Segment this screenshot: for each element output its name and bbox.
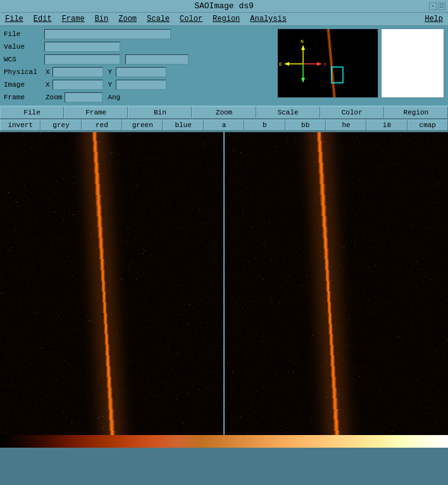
colorbar-gradient [0, 435, 448, 448]
toolbar-color-button[interactable]: Color [320, 106, 384, 119]
toolbar-zoom-button[interactable]: Zoom [192, 106, 256, 119]
file-input[interactable] [44, 29, 171, 39]
svg-text:N: N [301, 39, 304, 44]
toolbar-region-button[interactable]: Region [384, 106, 448, 119]
minimize-button[interactable]: - [429, 3, 437, 10]
toolbar-bin-button[interactable]: Bin [128, 106, 192, 119]
value-label: Value [4, 43, 42, 51]
svg-rect-4 [316, 42, 316, 42]
wcs-input[interactable] [44, 54, 120, 64]
toolbar-file-button[interactable]: File [0, 106, 64, 119]
color-b-button[interactable]: b [244, 120, 285, 131]
file-label: File [4, 30, 42, 38]
color-bb-button[interactable]: bb [285, 120, 326, 131]
svg-rect-5 [338, 54, 339, 55]
menu-color[interactable]: Color [177, 14, 205, 24]
main-display [0, 132, 448, 435]
toolbar-frame-button[interactable]: Frame [64, 106, 128, 119]
svg-text:E: E [279, 61, 282, 67]
info-right: N E X [277, 28, 444, 103]
image-label: Image [4, 81, 42, 89]
wcs-label: WCS [4, 56, 42, 63]
menu-analysis[interactable]: Analysis [247, 14, 289, 24]
preview-box: N E X [277, 28, 378, 98]
left-image-panel[interactable] [0, 132, 225, 435]
physical-y-input[interactable] [116, 67, 166, 77]
image-x-input[interactable] [53, 80, 103, 90]
color-a-button[interactable]: a [204, 120, 244, 131]
color-i8-button[interactable]: i8 [366, 120, 407, 131]
right-image-panel[interactable] [225, 132, 448, 435]
color-green-button[interactable]: green [122, 120, 163, 131]
wcs-input2[interactable] [125, 54, 189, 64]
frame-label: Frame [4, 94, 42, 101]
menu-help[interactable]: Help [422, 14, 445, 24]
menu-bar: File Edit Frame Bin Zoom Scale Color Reg… [0, 13, 448, 26]
menu-edit[interactable]: Edit [31, 14, 54, 24]
zoom-input[interactable] [65, 92, 103, 102]
physical-x-input[interactable] [53, 67, 103, 77]
svg-text:X: X [323, 61, 327, 67]
menu-region[interactable]: Region [210, 14, 242, 24]
menu-file[interactable]: File [3, 14, 26, 24]
maximize-button[interactable]: □ [438, 3, 445, 10]
ang-label: Ang [108, 94, 120, 101]
image-x-label: X [46, 81, 50, 89]
physical-label: Physical [4, 68, 42, 76]
color-red-button[interactable]: red [82, 120, 122, 131]
menu-zoom[interactable]: Zoom [116, 14, 139, 24]
toolbar-row: File Frame Bin Zoom Scale Color Region [0, 106, 448, 120]
preview-white-panel [381, 28, 444, 98]
color-invert-button[interactable]: invert [0, 120, 40, 131]
image-y-label: Y [108, 81, 113, 89]
menu-scale[interactable]: Scale [144, 14, 172, 24]
physical-x-label: X [46, 68, 50, 76]
color-he-button[interactable]: he [326, 120, 366, 131]
color-grey-button[interactable]: grey [40, 120, 81, 131]
menu-frame[interactable]: Frame [59, 14, 87, 24]
color-row: invert grey red green blue a b bb he i8 … [0, 120, 448, 132]
svg-rect-6 [322, 67, 323, 68]
zoom-label: Zoom [46, 94, 62, 101]
color-cmap-button[interactable]: cmap [408, 120, 448, 131]
toolbar-scale-button[interactable]: Scale [256, 106, 320, 119]
menu-bin[interactable]: Bin [92, 14, 111, 24]
app-title: SAOImage ds9 [194, 1, 254, 11]
title-bar: SAOImage ds9 - □ [0, 0, 448, 13]
value-input[interactable] [44, 42, 120, 52]
info-panel: File Value WCS Physical X Y Image X Y [0, 26, 448, 106]
color-blue-button[interactable]: blue [163, 120, 203, 131]
physical-y-label: Y [108, 68, 113, 76]
colorbar-row [0, 435, 448, 448]
image-y-input[interactable] [116, 80, 166, 90]
